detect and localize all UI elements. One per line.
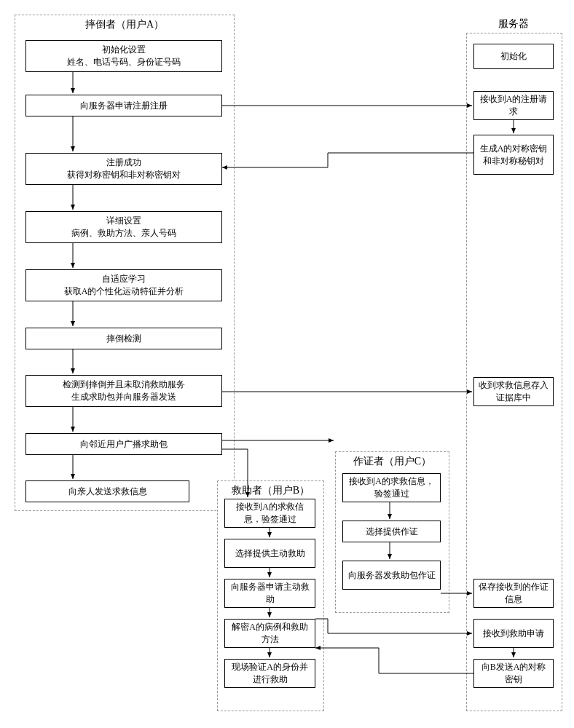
box-a-detect: 摔倒检测 — [25, 328, 222, 349]
box-s-recv-reg-text: 接收到A的注册请求 — [479, 93, 549, 118]
box-b-recv: 接收到A的求救信息，验签通过 — [224, 499, 315, 528]
box-b-choose: 选择提供主动救助 — [224, 539, 315, 568]
box-a-learn-l1: 自适应学习 — [102, 273, 146, 285]
box-a-detail-l2: 病例、救助方法、亲人号码 — [71, 227, 176, 240]
box-s-init-text: 初始化 — [500, 50, 527, 63]
box-a-register-text: 向服务器申请注册注册 — [80, 100, 168, 112]
box-b-decrypt-text: 解密A的病例和救助方法 — [229, 621, 310, 646]
box-s-recv-reg: 接收到A的注册请求 — [473, 91, 554, 120]
box-a-register: 向服务器申请注册注册 — [25, 95, 222, 116]
lane-user-c-title: 作证者（用户C） — [336, 452, 449, 471]
box-s-genkey: 生成A的对称密钥和非对称秘钥对 — [473, 135, 554, 175]
box-b-choose-text: 选择提供主动救助 — [235, 547, 305, 560]
lane-server-title: 服务器 — [466, 15, 561, 33]
box-a-init-l1: 初始化设置 — [102, 44, 146, 56]
box-s-recv-rescue: 接收到救助申请 — [473, 619, 554, 648]
box-b-recv-text: 接收到A的求救信息，验签通过 — [229, 501, 310, 526]
box-s-init: 初始化 — [473, 44, 554, 69]
lane-user-b-title: 救助者（用户B） — [218, 481, 323, 500]
box-a-detect-text: 摔倒检测 — [106, 333, 141, 345]
box-c-recv-text: 接收到A的求救信息，验签通过 — [347, 475, 436, 500]
box-b-apply: 向服务器申请主动救助 — [224, 579, 315, 608]
box-a-learn: 自适应学习 获取A的个性化运动特征并分析 — [25, 269, 222, 301]
box-s-recv-sos-text: 收到求救信息存入证据库中 — [479, 379, 549, 404]
lane-user-a-title: 摔倒者（用户A） — [15, 15, 234, 34]
box-s-send-key: 向B发送A的对称密钥 — [473, 659, 554, 688]
box-s-recv-rescue-text: 接收到救助申请 — [483, 628, 544, 640]
box-s-genkey-text: 生成A的对称密钥和非对称秘钥对 — [479, 143, 549, 167]
box-c-send-text: 向服务器发救助包作证 — [348, 569, 436, 582]
box-c-send: 向服务器发救助包作证 — [342, 561, 441, 590]
box-a-init-l2: 姓名、电话号码、身份证号码 — [67, 56, 181, 68]
box-a-detail-l1: 详细设置 — [106, 215, 141, 227]
box-a-broadcast-text: 向邻近用户广播求助包 — [80, 438, 168, 451]
box-a-init: 初始化设置 姓名、电话号码、身份证号码 — [25, 40, 222, 72]
box-b-apply-text: 向服务器申请主动救助 — [229, 581, 310, 606]
box-b-verify: 现场验证A的身份并进行救助 — [224, 659, 315, 688]
box-b-decrypt: 解密A的病例和救助方法 — [224, 619, 315, 648]
box-s-send-key-text: 向B发送A的对称密钥 — [479, 661, 549, 686]
box-c-choose-text: 选择提供作证 — [366, 526, 418, 538]
box-c-choose: 选择提供作证 — [342, 521, 441, 542]
box-a-register-ok-l2: 获得对称密钥和非对称密钥对 — [67, 169, 181, 181]
box-a-fall-l2: 生成求助包并向服务器发送 — [71, 391, 176, 403]
box-a-learn-l2: 获取A的个性化运动特征并分析 — [64, 285, 184, 298]
box-s-recv-sos: 收到求救信息存入证据库中 — [473, 377, 554, 406]
box-a-detail: 详细设置 病例、救助方法、亲人号码 — [25, 211, 222, 243]
box-c-recv: 接收到A的求救信息，验签通过 — [342, 473, 441, 502]
box-b-verify-text: 现场验证A的身份并进行救助 — [229, 661, 310, 686]
box-a-fall: 检测到摔倒并且未取消救助服务 生成求助包并向服务器发送 — [25, 375, 222, 407]
box-a-family: 向亲人发送求救信息 — [25, 480, 189, 502]
box-a-family-text: 向亲人发送求救信息 — [68, 486, 147, 498]
box-a-broadcast: 向邻近用户广播求助包 — [25, 433, 222, 455]
box-s-save-witness: 保存接收到的作证信息 — [473, 579, 554, 608]
box-s-save-witness-text: 保存接收到的作证信息 — [479, 581, 549, 606]
box-a-fall-l1: 检测到摔倒并且未取消救助服务 — [63, 379, 185, 391]
box-a-register-ok: 注册成功 获得对称密钥和非对称密钥对 — [25, 153, 222, 185]
box-a-register-ok-l1: 注册成功 — [106, 157, 141, 169]
